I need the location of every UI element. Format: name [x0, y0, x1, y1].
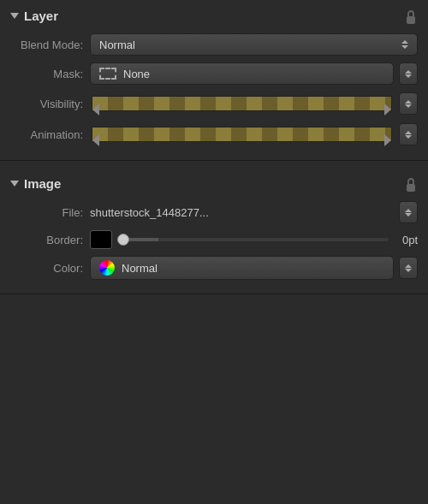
layer-section-title: Layer — [24, 9, 58, 23]
layer-section-header: Layer — [0, 0, 428, 30]
color-label: Color: — [10, 262, 83, 275]
blend-mode-value: Normal — [99, 39, 135, 51]
animation-row: Animation: — [0, 119, 428, 150]
color-row: Color: Normal — [0, 252, 428, 283]
visibility-stepper-down — [405, 104, 412, 108]
panel: Layer Blend Mode: Normal Mask: — [0, 0, 428, 294]
border-label: Border: — [10, 234, 83, 246]
blend-mode-dropdown[interactable]: Normal — [90, 33, 418, 56]
file-stepper-down — [405, 213, 412, 216]
image-section: Image File: shutterstock_1448277... Bord… — [0, 168, 428, 294]
mask-row: Mask: None — [0, 59, 428, 88]
visibility-handle-right[interactable] — [384, 104, 391, 116]
animation-stepper-up — [405, 131, 412, 134]
visibility-control — [90, 92, 418, 116]
color-control: Normal — [90, 256, 418, 280]
layer-collapse-triangle[interactable] — [10, 13, 19, 19]
border-value: 0pt — [394, 234, 418, 246]
color-value: Normal — [122, 262, 158, 275]
color-stepper-down — [405, 269, 412, 272]
file-label: File: — [10, 206, 83, 219]
color-stepper[interactable] — [399, 257, 418, 279]
border-slider-wrapper — [117, 238, 389, 241]
blend-mode-row: Blend Mode: Normal — [0, 30, 428, 59]
border-control: 0pt — [90, 230, 418, 249]
animation-track-wrapper — [92, 122, 392, 146]
color-wheel-icon — [99, 260, 115, 276]
visibility-label: Visibility: — [10, 98, 83, 110]
blend-mode-stepper-up — [401, 40, 408, 44]
color-stepper-up — [405, 264, 412, 268]
mask-control: None — [90, 62, 418, 85]
visibility-track — [92, 96, 392, 111]
image-collapse-triangle[interactable] — [10, 181, 19, 187]
mask-value: None — [123, 68, 150, 80]
visibility-stepper-up — [405, 100, 412, 104]
mask-stepper[interactable] — [399, 62, 418, 85]
file-stepper[interactable] — [399, 201, 418, 223]
blend-mode-stepper-down — [401, 45, 408, 49]
file-row: File: shutterstock_1448277... — [0, 198, 428, 227]
animation-stepper-down — [405, 135, 412, 139]
visibility-row: Visibility: — [0, 88, 428, 119]
animation-stepper[interactable] — [399, 123, 418, 145]
visibility-track-wrapper — [92, 92, 392, 116]
border-color-swatch[interactable] — [90, 230, 112, 249]
mask-stepper-up — [405, 70, 412, 74]
mask-icon — [99, 68, 116, 80]
animation-bar — [92, 127, 391, 141]
image-lock-icon[interactable] — [404, 176, 418, 193]
visibility-handle-left[interactable] — [92, 104, 99, 116]
animation-handle-right[interactable] — [384, 134, 391, 146]
visibility-bar — [92, 97, 391, 110]
animation-timeline[interactable] — [92, 122, 392, 146]
visibility-stepper[interactable] — [399, 92, 418, 115]
animation-track — [92, 127, 392, 142]
file-control: shutterstock_1448277... — [90, 201, 418, 223]
mask-label: Mask: — [10, 68, 83, 80]
visibility-timeline[interactable] — [92, 92, 392, 116]
image-section-title: Image — [24, 176, 61, 191]
animation-handle-left[interactable] — [92, 134, 99, 146]
mask-button[interactable]: None — [90, 62, 394, 85]
file-stepper-up — [405, 209, 412, 212]
animation-label: Animation: — [10, 128, 83, 141]
file-value: shutterstock_1448277... — [90, 206, 209, 219]
mask-stepper-down — [405, 74, 412, 78]
border-row: Border: 0pt — [0, 227, 428, 252]
layer-lock-icon[interactable] — [404, 9, 418, 26]
image-section-header: Image — [0, 168, 428, 198]
blend-mode-label: Blend Mode: — [10, 39, 83, 51]
animation-control — [90, 122, 418, 146]
color-button[interactable]: Normal — [90, 256, 394, 280]
border-slider[interactable] — [117, 238, 389, 241]
layer-section: Layer Blend Mode: Normal Mask: — [0, 0, 428, 161]
svg-rect-0 — [407, 16, 415, 24]
blend-mode-stepper[interactable] — [401, 40, 408, 49]
svg-rect-1 — [407, 184, 415, 192]
blend-mode-control: Normal — [90, 33, 418, 56]
